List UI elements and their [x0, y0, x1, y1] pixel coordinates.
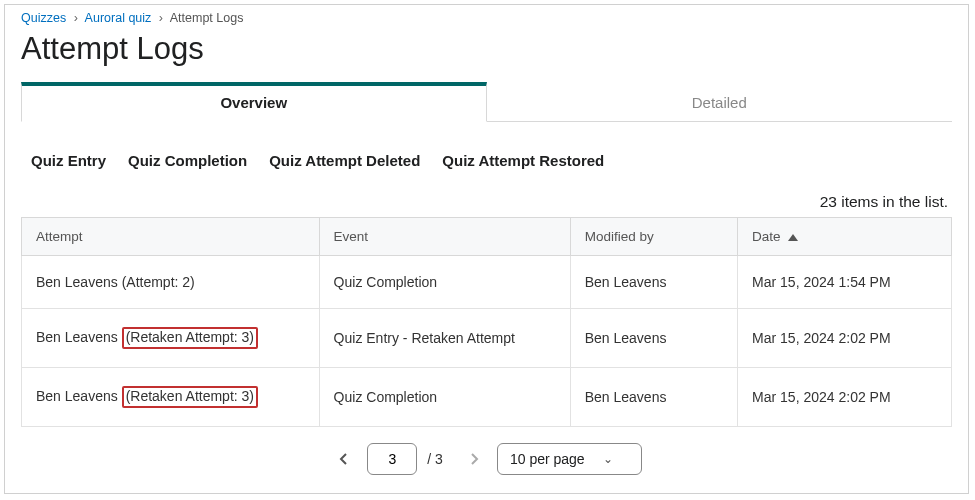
table-row: Ben Leavens (Attempt: 2)Quiz CompletionB… — [22, 256, 952, 309]
cell-attempt: Ben Leavens (Retaken Attempt: 3) — [22, 367, 320, 426]
col-date[interactable]: Date — [738, 218, 952, 256]
filter-quiz-completion[interactable]: Quiz Completion — [128, 152, 247, 169]
col-attempt[interactable]: Attempt — [22, 218, 320, 256]
attempt-name: Ben Leavens — [36, 388, 122, 404]
filter-quiz-attempt-deleted[interactable]: Quiz Attempt Deleted — [269, 152, 420, 169]
attempt-name: Ben Leavens — [36, 329, 122, 345]
attempt-name: Ben Leavens — [36, 274, 122, 290]
chevron-left-icon — [339, 452, 349, 466]
table-row: Ben Leavens (Retaken Attempt: 3)Quiz Com… — [22, 367, 952, 426]
cell-date: Mar 15, 2024 2:02 PM — [738, 309, 952, 368]
per-page-label: 10 per page — [510, 451, 585, 467]
chevron-right-icon — [469, 452, 479, 466]
pagination: / 3 10 per page ⌄ — [21, 427, 952, 479]
breadcrumb: Quizzes › Auroral quiz › Attempt Logs — [21, 9, 952, 29]
filter-quiz-attempt-restored[interactable]: Quiz Attempt Restored — [442, 152, 604, 169]
cell-date: Mar 15, 2024 2:02 PM — [738, 367, 952, 426]
cell-event: Quiz Entry - Retaken Attempt — [319, 309, 570, 368]
next-page-button[interactable] — [461, 446, 487, 472]
col-modified-by[interactable]: Modified by — [570, 218, 737, 256]
sort-ascending-icon — [788, 234, 798, 241]
cell-event: Quiz Completion — [319, 256, 570, 309]
tab-detailed[interactable]: Detailed — [487, 82, 953, 122]
breadcrumb-sep-icon: › — [159, 11, 163, 25]
page-total: / 3 — [427, 451, 443, 467]
breadcrumb-sep-icon: › — [74, 11, 78, 25]
prev-page-button[interactable] — [331, 446, 357, 472]
tab-overview[interactable]: Overview — [21, 82, 487, 122]
breadcrumb-link-quiz[interactable]: Auroral quiz — [85, 11, 152, 25]
col-date-label: Date — [752, 229, 781, 244]
items-count: 23 items in the list. — [21, 193, 952, 217]
table-row: Ben Leavens (Retaken Attempt: 3)Quiz Ent… — [22, 309, 952, 368]
cell-date: Mar 15, 2024 1:54 PM — [738, 256, 952, 309]
breadcrumb-link-quizzes[interactable]: Quizzes — [21, 11, 66, 25]
cell-attempt: Ben Leavens (Retaken Attempt: 3) — [22, 309, 320, 368]
chevron-down-icon: ⌄ — [603, 452, 613, 466]
table-header-row: Attempt Event Modified by Date — [22, 218, 952, 256]
cell-modified-by: Ben Leavens — [570, 367, 737, 426]
filter-quiz-entry[interactable]: Quiz Entry — [31, 152, 106, 169]
page-frame: Quizzes › Auroral quiz › Attempt Logs At… — [4, 4, 969, 494]
filter-bar: Quiz Entry Quiz Completion Quiz Attempt … — [21, 122, 952, 193]
page-number-input[interactable] — [367, 443, 417, 475]
cell-modified-by: Ben Leavens — [570, 256, 737, 309]
tab-bar: Overview Detailed — [21, 81, 952, 122]
cell-event: Quiz Completion — [319, 367, 570, 426]
attempt-detail: (Attempt: 2) — [122, 274, 195, 290]
attempt-logs-table: Attempt Event Modified by Date Ben Leave… — [21, 217, 952, 427]
col-event[interactable]: Event — [319, 218, 570, 256]
cell-attempt: Ben Leavens (Attempt: 2) — [22, 256, 320, 309]
breadcrumb-current: Attempt Logs — [170, 11, 244, 25]
attempt-detail: (Retaken Attempt: 3) — [122, 327, 258, 349]
page-title: Attempt Logs — [21, 31, 952, 67]
cell-modified-by: Ben Leavens — [570, 309, 737, 368]
per-page-select[interactable]: 10 per page ⌄ — [497, 443, 642, 475]
attempt-detail: (Retaken Attempt: 3) — [122, 386, 258, 408]
